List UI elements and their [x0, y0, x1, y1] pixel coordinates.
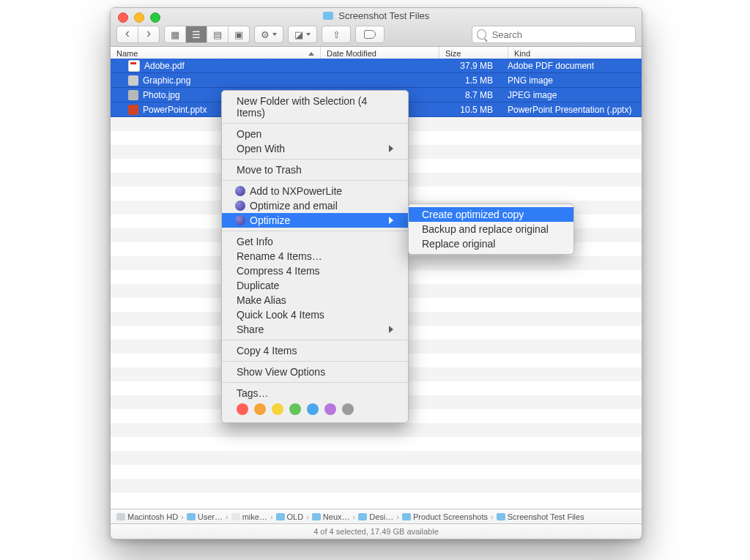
- path-crumb-label: OLD: [287, 512, 304, 521]
- zoom-window-button[interactable]: [150, 12, 160, 23]
- path-crumb[interactable]: Macintosh HD: [116, 512, 178, 521]
- view-list-button[interactable]: [186, 26, 207, 42]
- submenu-arrow-icon: [389, 145, 393, 152]
- group-icon: [294, 29, 303, 40]
- path-crumb-label: Neux…: [323, 512, 350, 521]
- column-header-date[interactable]: Date Modified: [321, 47, 439, 59]
- view-columns-button[interactable]: [207, 26, 229, 42]
- tag-color-dot[interactable]: [307, 403, 319, 415]
- path-crumb[interactable]: Desi…: [358, 512, 393, 521]
- folder-icon: [276, 513, 285, 520]
- menu-item-add-nxpowerlite[interactable]: Add to NXPowerLite: [222, 184, 408, 198]
- status-text: 4 of 4 selected, 17.49 GB available: [313, 527, 439, 536]
- arrange-button[interactable]: [254, 26, 283, 43]
- file-name: Adobe.pdf: [144, 61, 185, 71]
- menu-item-alias[interactable]: Make Alias: [222, 293, 408, 307]
- window-title: Screenshot Test Files: [111, 10, 642, 21]
- empty-row: [111, 423, 642, 437]
- menu-item-optimize-email[interactable]: Optimize and email: [222, 198, 408, 213]
- sort-indicator-icon: [308, 52, 314, 56]
- path-crumb[interactable]: User…: [187, 512, 223, 521]
- submenu-arrow-icon: [389, 217, 393, 224]
- column-header-size[interactable]: Size: [439, 47, 508, 59]
- folder-icon: [323, 12, 333, 20]
- empty-row: [111, 493, 642, 507]
- folder-icon: [312, 513, 321, 520]
- path-crumb-label: Screenshot Test Files: [508, 512, 584, 521]
- nxpowerlite-icon: [235, 201, 245, 211]
- submenu-item-replace[interactable]: Replace original: [409, 236, 573, 251]
- menu-item-open-with[interactable]: Open With: [222, 141, 408, 156]
- search-input[interactable]: [491, 29, 631, 41]
- path-crumb-label: mike…: [242, 512, 267, 521]
- search-field[interactable]: [472, 26, 636, 43]
- menu-item-copy[interactable]: Copy 4 Items: [222, 343, 408, 358]
- column-header-name[interactable]: Name: [111, 47, 321, 59]
- empty-row: [111, 465, 642, 479]
- chevron-down-icon: [272, 33, 277, 36]
- file-size: 1.5 MB: [435, 75, 500, 86]
- table-row[interactable]: Graphic.png1.5 MBPNG image: [111, 73, 642, 88]
- menu-item-duplicate[interactable]: Duplicate: [222, 278, 408, 293]
- window-controls: [118, 12, 160, 23]
- chevron-right-icon: ›: [181, 512, 184, 521]
- menu-item-new-folder[interactable]: New Folder with Selection (4 Items): [222, 94, 408, 120]
- file-icon: [128, 75, 138, 86]
- chevron-right-icon: ›: [226, 512, 229, 521]
- chevron-right-icon: ›: [396, 512, 399, 521]
- table-row[interactable]: Adobe.pdf37.9 MBAdobe PDF document: [111, 59, 642, 73]
- path-crumb[interactable]: OLD: [276, 512, 304, 521]
- menu-item-rename[interactable]: Rename 4 Items…: [222, 249, 408, 264]
- view-mode-segment: [164, 26, 250, 43]
- tag-color-dot[interactable]: [324, 403, 336, 415]
- submenu-item-create-copy[interactable]: Create optimized copy: [409, 207, 573, 222]
- tag-color-dot[interactable]: [289, 403, 301, 415]
- menu-item-optimize[interactable]: Optimize: [222, 213, 408, 228]
- group-button[interactable]: [288, 26, 317, 43]
- path-crumb[interactable]: Neux…: [312, 512, 350, 521]
- empty-row: [111, 437, 642, 451]
- folder-icon: [187, 513, 196, 520]
- forward-button[interactable]: [138, 26, 159, 42]
- file-size: 37.9 MB: [435, 61, 500, 71]
- tag-color-dot[interactable]: [237, 403, 248, 415]
- tag-color-dot[interactable]: [342, 403, 354, 415]
- tag-color-dot[interactable]: [272, 403, 283, 415]
- edit-tags-button[interactable]: [355, 26, 385, 43]
- tag-color-dot[interactable]: [254, 403, 266, 415]
- menu-item-trash[interactable]: Move to Trash: [222, 163, 408, 177]
- menu-item-share[interactable]: Share: [222, 322, 408, 337]
- share-button[interactable]: [322, 26, 351, 43]
- chevron-right-icon: ›: [306, 512, 309, 521]
- path-crumb-label: Product Screenshots: [413, 512, 488, 521]
- minimize-window-button[interactable]: [134, 12, 144, 23]
- menu-item-tags[interactable]: Tags…: [222, 386, 408, 400]
- search-icon: [477, 29, 486, 40]
- menu-item-compress[interactable]: Compress 4 Items: [222, 264, 408, 278]
- close-window-button[interactable]: [118, 12, 128, 23]
- optimize-submenu: Create optimized copy Backup and replace…: [408, 204, 574, 255]
- submenu-item-backup-replace[interactable]: Backup and replace original: [409, 222, 573, 236]
- file-icon: [128, 90, 138, 100]
- menu-item-quicklook[interactable]: Quick Look 4 Items: [222, 307, 408, 322]
- nxpowerlite-icon: [235, 215, 245, 225]
- path-crumb[interactable]: Screenshot Test Files: [497, 512, 584, 521]
- menu-item-open[interactable]: Open: [222, 127, 408, 141]
- file-icon: [128, 60, 140, 72]
- chevron-right-icon: ›: [270, 512, 273, 521]
- view-icon-button[interactable]: [165, 26, 186, 42]
- chevron-right-icon: ›: [353, 512, 356, 521]
- file-icon: [128, 105, 138, 115]
- menu-item-get-info[interactable]: Get Info: [222, 234, 408, 249]
- menu-item-view-options[interactable]: Show View Options: [222, 365, 408, 379]
- back-button[interactable]: [117, 26, 138, 42]
- file-name: PowerPoint.pptx: [143, 105, 207, 115]
- view-gallery-button[interactable]: [229, 26, 249, 42]
- path-crumb[interactable]: mike…: [231, 512, 267, 521]
- column-header-kind[interactable]: Kind: [508, 47, 642, 59]
- path-crumb[interactable]: Product Screenshots: [402, 512, 488, 521]
- path-crumb-label: Macintosh HD: [127, 512, 178, 521]
- file-size: 8.7 MB: [435, 90, 500, 100]
- file-size: 10.5 MB: [435, 105, 500, 115]
- file-kind: JPEG image: [500, 90, 642, 100]
